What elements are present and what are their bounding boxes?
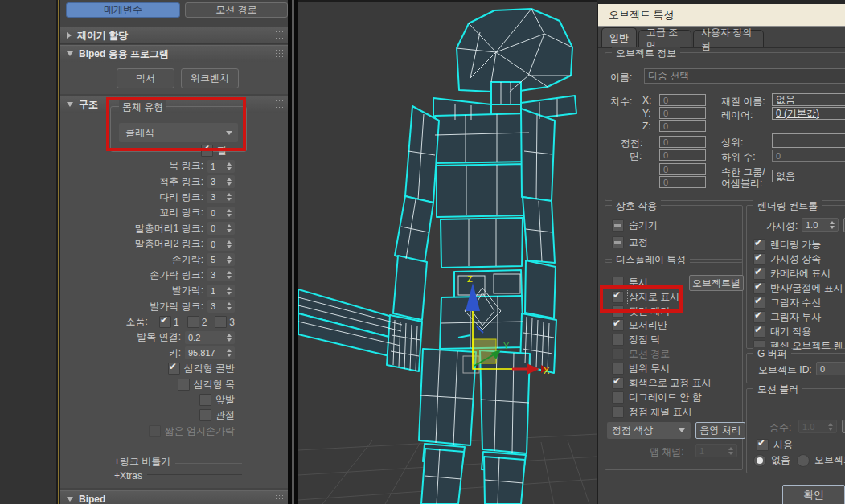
spinner-arrows-icon[interactable] [225,193,235,201]
knuckles-checkbox[interactable] [199,409,211,421]
vertex-ticks-checkbox[interactable] [612,334,624,346]
hide-checkbox[interactable] [612,219,624,232]
layer-field[interactable]: 0 (기본값) [772,107,845,120]
short-thumb-checkbox[interactable] [149,425,161,437]
tail-links-spinner[interactable]: 0 [207,207,235,219]
name-field[interactable]: 다중 선택 [644,68,845,84]
multiplier-by-object-button[interactable] [842,420,845,433]
spinner-arrows-icon[interactable] [225,334,235,342]
triangle-pelvis-checkbox[interactable] [168,363,180,375]
dim-x-field: 0 [659,94,706,106]
spine-links-spinner[interactable]: 3 [207,175,235,188]
rollout-grip-icon[interactable] [276,100,283,108]
spinner-arrows-icon[interactable] [225,224,235,232]
scrollbar-thumb[interactable] [292,0,294,504]
tab-parameters[interactable]: 매개변수 [66,2,180,18]
workbench-button[interactable]: 워크벤치 [181,68,239,88]
spinner-arrows-icon[interactable] [225,271,235,279]
viewport-canvas[interactable]: Z Y X [298,0,597,504]
finger-links-spinner[interactable]: 3 [207,268,235,281]
biped-body [298,9,576,504]
triangle-neck-checkbox[interactable] [178,379,190,391]
parent-field [772,133,845,148]
vertex-channel-checkbox[interactable] [612,406,624,418]
spinner-arrows-icon[interactable] [727,447,736,455]
edges-only-checkbox[interactable] [612,319,624,331]
mixer-button[interactable]: 믹서 [117,68,174,88]
rollout-biped-apps[interactable]: Biped 응용 프로그램 [60,45,288,63]
spinner-arrows-icon[interactable] [225,349,235,357]
prop2-checkbox[interactable]: 2 [187,316,207,328]
prop3-checkbox[interactable]: 3 [215,316,235,328]
tab-general[interactable]: 일반 [601,27,637,47]
prop1-checkbox[interactable]: 1 [159,316,179,328]
panel-scrollbar[interactable] [288,0,298,504]
head [457,9,572,92]
rollout-grip-icon[interactable] [276,495,283,502]
ponytail1-links-spinner[interactable]: 0 [207,222,235,235]
vertex-color-dropdown[interactable]: 정점 색상 [607,422,691,439]
visibility-spinner[interactable]: 1.0 [802,218,839,232]
ok-button[interactable]: 확인 [782,485,845,504]
rendering-control-group: 렌더링 컨트롤 가시성: 1.0 렌더링 가능 가시성 상속 카메라에 표시 반… [746,205,845,349]
by-object-button[interactable]: 오브젝트별 [689,275,744,291]
receive-shadows-checkbox[interactable] [753,297,765,309]
rollout-biped[interactable]: Biped [60,490,288,504]
multiplier-spinner[interactable]: 1.0 [798,420,837,433]
visible-to-reflection-checkbox[interactable] [753,282,765,294]
toes-row: 발가락:1 [60,283,235,298]
tab-motion-paths[interactable]: 모션 경로 [185,2,288,18]
apply-atmospherics-checkbox[interactable] [753,326,765,338]
shaded-button[interactable]: 음영 처리 [695,422,745,439]
dim-z-field: 0 [659,120,706,132]
forefeet-checkbox[interactable] [199,394,211,406]
ankle-attach-spinner[interactable]: 0.2 [185,331,235,344]
collapse-arrow-icon [67,102,73,107]
rollout-assign-controller[interactable]: 제어기 할당 [60,27,288,44]
spinner-arrows-icon[interactable] [225,209,235,217]
toe-links-spinner[interactable]: 3 [207,300,235,313]
cast-shadows-checkbox[interactable] [753,311,765,323]
spinner-arrows-icon[interactable] [225,302,235,310]
object-id-spinner[interactable]: 0 [816,362,845,375]
mblur-enabled-row: 사용 [757,438,793,452]
right-hand [525,260,556,318]
neck-links-row: 목 링크:1 [60,158,235,174]
rollout-grip-icon[interactable] [276,50,283,57]
mblur-object-radio[interactable] [797,454,810,467]
spinner-arrows-icon[interactable] [827,423,836,431]
spinner-arrows-icon[interactable] [828,221,838,229]
mblur-enabled-checkbox[interactable] [757,439,769,451]
twist-links-expander[interactable]: +링크 비틀기 [114,455,242,469]
triangle-pelvis-row: 삼각형 골반 [60,361,235,376]
visible-to-camera-checkbox[interactable] [753,268,765,280]
inherit-visibility-checkbox[interactable] [753,253,765,265]
extra2-field: 0 [659,176,706,188]
xtras-expander[interactable]: +Xtras [114,470,242,481]
map-channel-spinner[interactable]: 1 [695,444,737,457]
right-upper-arm [521,109,555,201]
rollout-grip-icon[interactable] [276,31,283,39]
spinner-arrows-icon[interactable] [225,287,235,295]
fingers-spinner[interactable]: 5 [207,253,235,266]
neck-links-spinner[interactable]: 1 [207,160,235,173]
leg-links-spinner[interactable]: 3 [207,191,235,203]
height-spinner[interactable]: 95.817 [185,346,235,359]
mblur-none-radio[interactable] [753,454,766,467]
ponytail2-links-spinner[interactable]: 0 [207,238,235,251]
spinner-arrows-icon[interactable] [225,256,235,264]
renderable-checkbox[interactable] [753,239,765,251]
gizmo-y-label: Y [503,341,510,350]
spinner-arrows-icon[interactable] [225,162,235,170]
ignore-extents-checkbox[interactable] [612,363,624,375]
frozen-gray-checkbox[interactable] [612,377,624,389]
tab-user-defined[interactable]: 사용자 정의됨 [693,30,764,47]
never-degrade-checkbox[interactable] [612,391,624,404]
dialog-titlebar[interactable]: 오브젝트 특성 [598,4,845,27]
freeze-checkbox[interactable] [612,236,624,248]
spinner-arrows-icon[interactable] [225,240,235,248]
toes-spinner[interactable]: 1 [207,285,235,297]
tab-adv-lighting[interactable]: 고급 조명 [638,30,691,47]
spinner-arrows-icon[interactable] [225,178,235,186]
trajectory-checkbox[interactable] [612,348,624,360]
